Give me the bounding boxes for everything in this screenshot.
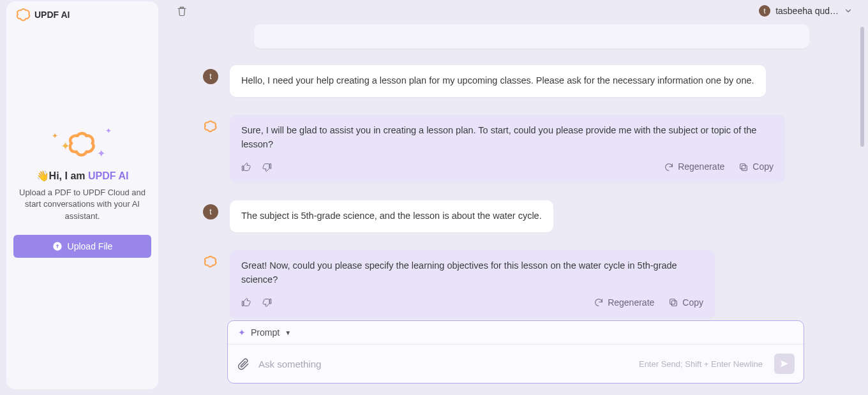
sidebar-header: UPDF AI	[6, 1, 158, 22]
topbar: t tasbeeha qud…	[165, 0, 867, 22]
attach-button[interactable]	[237, 357, 250, 370]
sidebar-description: Upload a PDF to UPDF Cloud and start con…	[13, 187, 151, 222]
message-row-user: t Hello, I need your help creating a les…	[203, 65, 828, 97]
paperclip-icon	[237, 357, 250, 370]
copy-label: Copy	[752, 160, 774, 174]
main-panel: t tasbeeha qud… t Hello, I need your hel…	[165, 0, 867, 395]
user-avatar-icon: t	[759, 5, 770, 17]
upload-icon	[52, 241, 63, 251]
updf-logo-large: ✦ ✦ ✦ ✦	[50, 128, 114, 161]
delete-chat-button[interactable]	[176, 5, 188, 17]
user-message-bubble: Hello, I need your help creating a lesso…	[230, 65, 766, 97]
user-menu[interactable]: t tasbeeha qud…	[759, 5, 853, 17]
thumbs-down-icon	[262, 297, 272, 308]
message-row-ai: Great! Now, could you please specify the…	[203, 250, 828, 318]
ai-message-actions: Regenerate Copy	[241, 296, 703, 309]
updf-logo-icon	[17, 8, 31, 22]
regenerate-button[interactable]: Regenerate	[664, 160, 724, 174]
thumbs-down-icon	[262, 162, 272, 172]
compose-input[interactable]	[258, 359, 630, 369]
regenerate-label: Regenerate	[678, 160, 724, 174]
chevron-down-icon	[844, 6, 853, 15]
sparkle-icon: ✦	[97, 147, 105, 160]
ai-message-bubble: Sure, I will be glad to assist you in cr…	[230, 115, 785, 183]
ai-message-bubble: Great! Now, could you please specify the…	[230, 250, 715, 318]
thumbs-up-button[interactable]	[241, 297, 251, 308]
user-avatar-icon: t	[203, 204, 218, 220]
composer-wrap: ✦ Prompt ▼ Enter Send; Shift + Enter New…	[227, 320, 804, 384]
user-display-name: tasbeeha qud…	[775, 6, 839, 16]
sidebar-center: ✦ ✦ ✦ ✦ 👋Hi, I am UPDF AI Upload a PDF t…	[1, 22, 164, 389]
prompt-selector[interactable]: ✦ Prompt ▼	[228, 321, 804, 345]
message-row-ai: Sure, I will be glad to assist you in cr…	[203, 115, 828, 183]
trash-icon	[176, 5, 188, 17]
svg-rect-1	[742, 165, 747, 170]
ai-message-actions: Regenerate Copy	[241, 160, 774, 174]
ai-message-text: Great! Now, could you please specify the…	[241, 259, 703, 287]
thumbs-up-button[interactable]	[241, 162, 251, 172]
conversation: t Hello, I need your help creating a les…	[165, 24, 867, 318]
sparkle-icon: ✦	[105, 126, 112, 135]
sparkle-icon: ✦	[52, 131, 58, 140]
caret-down-icon: ▼	[285, 329, 291, 336]
refresh-icon	[664, 162, 674, 172]
send-icon	[779, 359, 789, 369]
previous-ai-bubble-collapsed	[254, 24, 809, 48]
upload-file-label: Upload File	[68, 241, 113, 251]
thumbs-down-button[interactable]	[262, 162, 272, 172]
sparkle-icon: ✦	[61, 139, 70, 153]
thumbs-up-icon	[241, 162, 251, 172]
sparkle-icon: ✦	[238, 327, 246, 338]
greeting-prefix: 👋Hi, I am	[36, 170, 88, 181]
composer-input-row: Enter Send; Shift + Enter Newline	[228, 345, 804, 383]
regenerate-button[interactable]: Regenerate	[594, 296, 654, 309]
copy-icon	[668, 297, 678, 308]
prompt-selector-label: Prompt	[251, 327, 280, 338]
regenerate-label: Regenerate	[608, 296, 654, 309]
copy-icon	[738, 162, 749, 172]
ai-avatar-icon	[203, 254, 218, 269]
ai-avatar-icon	[203, 119, 218, 134]
copy-button[interactable]: Copy	[738, 160, 774, 174]
app-title: UPDF AI	[34, 10, 70, 20]
user-avatar-icon: t	[203, 69, 218, 84]
thumbs-up-icon	[241, 297, 251, 308]
svg-rect-3	[672, 301, 677, 306]
send-button[interactable]	[774, 354, 795, 374]
sidebar: UPDF AI ✦ ✦ ✦ ✦ 👋Hi, I am UPDF AI Upload…	[6, 1, 158, 389]
upload-file-button[interactable]: Upload File	[13, 235, 151, 258]
scrollbar-thumb[interactable]	[860, 27, 864, 147]
svg-rect-2	[740, 163, 745, 168]
compose-hint: Enter Send; Shift + Enter Newline	[639, 359, 763, 369]
svg-rect-4	[670, 299, 675, 304]
user-message-bubble: The subject is 5th-grade science, and th…	[230, 200, 553, 232]
copy-label: Copy	[682, 296, 703, 309]
copy-button[interactable]: Copy	[668, 296, 703, 309]
greeting-brand: UPDF AI	[88, 170, 128, 181]
message-row-user: t The subject is 5th-grade science, and …	[203, 200, 828, 232]
composer: ✦ Prompt ▼ Enter Send; Shift + Enter New…	[227, 320, 804, 384]
ai-message-text: Sure, I will be glad to assist you in cr…	[241, 124, 774, 152]
refresh-icon	[594, 297, 604, 308]
thumbs-down-button[interactable]	[262, 297, 272, 308]
sidebar-greeting: 👋Hi, I am UPDF AI	[36, 170, 129, 182]
